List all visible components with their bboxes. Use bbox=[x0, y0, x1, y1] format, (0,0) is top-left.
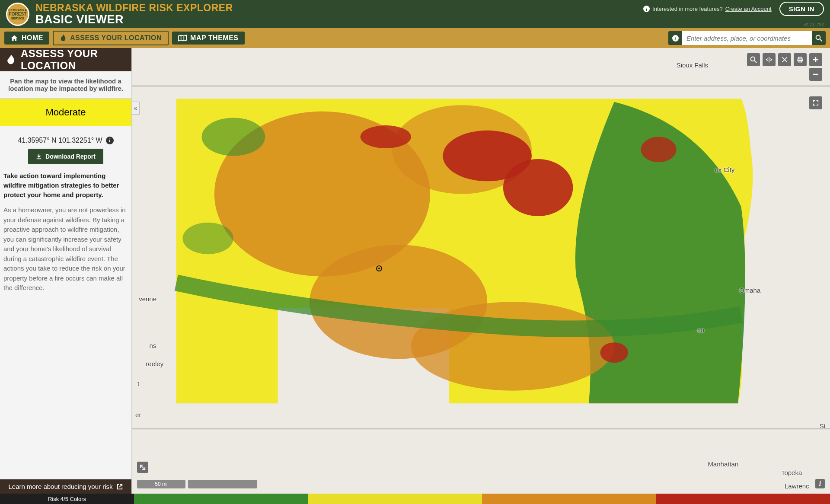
coordinates-text: 41.35957° N 101.32251° W bbox=[18, 137, 102, 144]
risk-color-legend: Risk 4/5 Colors bbox=[0, 494, 830, 504]
flame-icon bbox=[60, 34, 67, 42]
map-measure-control[interactable] bbox=[778, 53, 791, 66]
map-controls-top-right bbox=[747, 53, 822, 109]
action-text: Take action toward implementing wildfire… bbox=[0, 171, 131, 205]
learn-more-link[interactable]: Learn more about reducing your risk bbox=[0, 479, 131, 494]
city-label: Topeka bbox=[781, 469, 802, 476]
city-label: ux City bbox=[715, 166, 735, 173]
scale-bar: 50 mi bbox=[137, 480, 185, 488]
search-input[interactable] bbox=[682, 31, 812, 45]
zoom-in-button[interactable] bbox=[809, 53, 822, 66]
sign-in-button[interactable]: SIGN IN bbox=[779, 2, 824, 16]
chevron-left-icon: « bbox=[134, 105, 137, 112]
plus-icon bbox=[813, 57, 819, 63]
svg-point-12 bbox=[201, 118, 265, 156]
sidebar-collapse-handle[interactable]: « bbox=[132, 102, 140, 115]
nav-themes-button[interactable]: MAP THEMES bbox=[172, 32, 244, 45]
search-icon bbox=[750, 56, 757, 63]
app-header: NEBRASKA FOREST SERVICE NEBRASKA WILDFIR… bbox=[0, 0, 830, 28]
legend-red bbox=[656, 494, 830, 504]
app-titles: NEBRASKA WILDFIRE RISK EXPLORER BASIC VI… bbox=[35, 2, 233, 26]
map-search-control[interactable] bbox=[747, 53, 760, 66]
map-canvas bbox=[132, 48, 830, 494]
main-area: ASSESS YOUR LOCATION Pan the map to view… bbox=[0, 48, 830, 494]
info-icon[interactable]: i bbox=[106, 137, 114, 144]
legend-green bbox=[134, 494, 308, 504]
city-label: ns bbox=[149, 342, 156, 349]
map-icon bbox=[178, 35, 187, 41]
map-print-control[interactable] bbox=[794, 53, 807, 66]
forest-service-logo: NEBRASKA FOREST SERVICE bbox=[6, 3, 29, 26]
sidebar: ASSESS YOUR LOCATION Pan the map to view… bbox=[0, 48, 132, 494]
svg-point-0 bbox=[816, 35, 820, 40]
city-label: venne bbox=[139, 295, 156, 303]
svg-line-1 bbox=[820, 39, 822, 41]
body-text: As a homeowner, you are not powerless in… bbox=[0, 205, 131, 299]
features-prompt: i Interested in more features? Create an… bbox=[643, 6, 772, 12]
legend-orange bbox=[482, 494, 656, 504]
city-label: St bbox=[820, 422, 826, 430]
home-icon bbox=[10, 35, 18, 41]
download-report-button[interactable]: Download Report bbox=[28, 149, 103, 164]
city-label: t bbox=[137, 380, 139, 387]
risk-level-chip: Moderate bbox=[0, 99, 131, 126]
svg-point-11 bbox=[600, 342, 628, 363]
city-label: Omaha bbox=[739, 287, 760, 294]
info-icon: i bbox=[643, 6, 650, 12]
app-subtitle: BASIC VIEWER bbox=[35, 13, 233, 26]
create-account-link[interactable]: Create an Account bbox=[725, 6, 772, 12]
download-icon bbox=[36, 153, 42, 159]
search-container: i bbox=[668, 31, 826, 45]
map-split-control[interactable] bbox=[763, 53, 776, 66]
svg-point-8 bbox=[503, 159, 573, 216]
search-info-button[interactable]: i bbox=[668, 31, 682, 45]
attribution-bar[interactable] bbox=[188, 480, 257, 488]
city-label: Manhattan bbox=[708, 460, 738, 468]
svg-point-9 bbox=[361, 125, 411, 148]
map-info-button[interactable]: i bbox=[815, 479, 825, 488]
info-icon: i bbox=[819, 480, 821, 488]
ruler-icon bbox=[781, 56, 788, 63]
map-expand-button[interactable] bbox=[137, 462, 148, 473]
city-label: er bbox=[135, 411, 141, 418]
map-controls-bottom-left: 50 mi bbox=[137, 480, 257, 488]
split-icon bbox=[766, 56, 773, 63]
svg-line-15 bbox=[754, 61, 757, 63]
expand-icon bbox=[140, 464, 146, 470]
map[interactable]: Sioux Fallsux CityOmahacovennensreeleyte… bbox=[132, 48, 830, 494]
svg-point-14 bbox=[751, 57, 755, 61]
city-label: Sioux Falls bbox=[677, 61, 708, 69]
nav-home-button[interactable]: HOME bbox=[4, 32, 49, 45]
fullscreen-icon bbox=[813, 100, 819, 106]
flame-icon bbox=[6, 54, 16, 65]
external-link-icon bbox=[117, 484, 123, 490]
legend-label: Risk 4/5 Colors bbox=[0, 494, 134, 504]
svg-point-10 bbox=[641, 137, 676, 163]
legend-yellow bbox=[308, 494, 482, 504]
zoom-out-button[interactable] bbox=[809, 68, 822, 81]
info-icon: i bbox=[672, 35, 679, 41]
minus-icon bbox=[813, 71, 819, 77]
app-title: NEBRASKA WILDFIRE RISK EXPLORER bbox=[35, 2, 233, 14]
main-nav: HOME ASSESS YOUR LOCATION MAP THEMES i bbox=[0, 28, 830, 48]
fullscreen-button[interactable] bbox=[809, 96, 822, 109]
city-label: reeley bbox=[146, 360, 163, 367]
sidebar-header: ASSESS YOUR LOCATION bbox=[0, 48, 131, 71]
app-version: v2.2.0.732 bbox=[804, 22, 824, 27]
search-button[interactable] bbox=[812, 31, 826, 45]
city-label: Lawrenc bbox=[785, 482, 809, 490]
coordinates-row: 41.35957° N 101.32251° W i bbox=[0, 126, 131, 149]
city-label: co bbox=[697, 326, 704, 334]
svg-point-13 bbox=[182, 223, 233, 254]
print-icon bbox=[797, 56, 804, 63]
nav-assess-button[interactable]: ASSESS YOUR LOCATION bbox=[53, 31, 169, 45]
search-icon bbox=[815, 35, 822, 41]
sidebar-instruction: Pan the map to view the likelihood a loc… bbox=[0, 71, 131, 99]
